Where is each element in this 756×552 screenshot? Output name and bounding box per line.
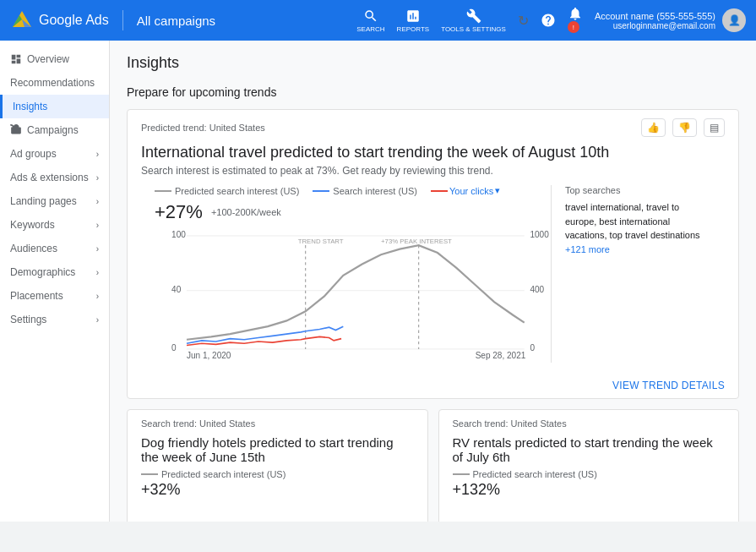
legend-clicks-dropdown[interactable]: Your clicks ▾ (431, 185, 500, 196)
small-card-rv-rentals: Search trend: United States RV rentals p… (438, 409, 740, 522)
chart-container: 100 40 0 1000 400 0 (155, 228, 551, 363)
top-searches-text: travel international, travel to europe, … (565, 200, 711, 256)
card-headline: International travel predicted to start … (141, 144, 725, 161)
sidebar-item-campaigns[interactable]: Campaigns (0, 118, 109, 142)
sidebar-item-demographics[interactable]: Demographics › (0, 260, 109, 284)
legend-predicted: Predicted search interest (US) (155, 185, 299, 196)
more-options-button[interactable]: ▤ (704, 118, 725, 137)
small-card-2-headline: RV rentals predicted to start trending t… (453, 435, 726, 464)
card-header: Predicted trend: United States 👍 👎 ▤ (128, 110, 738, 137)
thumbs-down-button[interactable]: 👎 (672, 118, 697, 137)
metric-row: +27% +100-200K/week (155, 201, 551, 223)
user-avatar[interactable]: 👤 (722, 8, 746, 32)
svg-text:0: 0 (171, 343, 177, 353)
sidebar-item-ad-groups[interactable]: Ad groups › (0, 142, 109, 166)
sidebar-item-placements[interactable]: Placements › (0, 284, 109, 308)
section-heading: Prepare for upcoming trends (127, 85, 739, 99)
small-card-2-body: RV rentals predicted to start trending t… (439, 429, 739, 522)
card-actions: 👍 👎 ▤ (641, 118, 725, 137)
campaigns-icon (10, 124, 22, 136)
trend-chart-area: Predicted search interest (US) Search in… (155, 185, 551, 363)
small-chart-2-svg (453, 499, 726, 522)
trend-content: Predicted search interest (US) Search in… (141, 185, 725, 363)
nav-icons: SEARCH REPORTS TOOLS & SETTINGS ↻ ! Acco… (356, 6, 746, 35)
top-navigation: Google Ads All campaigns SEARCH REPORTS … (0, 0, 756, 41)
refresh-button[interactable]: ↻ (518, 13, 529, 29)
small-chart-1-container (141, 499, 414, 522)
svg-text:Jun 1, 2020: Jun 1, 2020 (187, 351, 231, 360)
svg-text:100: 100 (171, 230, 186, 239)
google-ads-logo (10, 8, 34, 32)
card-headline-bold: International travel (141, 144, 266, 161)
reports-nav-button[interactable]: REPORTS (397, 8, 430, 33)
small-card-1-region: Search trend: United States (141, 418, 255, 429)
thumbs-up-button[interactable]: 👍 (641, 118, 666, 137)
svg-text:1000: 1000 (530, 230, 549, 239)
trend-chart-svg: 100 40 0 1000 400 0 (155, 228, 551, 360)
svg-text:0: 0 (530, 343, 535, 353)
tools-nav-button[interactable]: TOOLS & SETTINGS (441, 8, 506, 33)
main-layout: Overview Recommendations Insights Campai… (0, 41, 756, 522)
small-card-1-metric-row: Predicted search interest (US) (141, 469, 414, 479)
page-title: Insights (127, 54, 739, 72)
app-title: Google Ads (39, 13, 109, 28)
tools-icon (466, 8, 481, 24)
small-card-2-bold: RV rentals (453, 435, 512, 450)
chart-legend: Predicted search interest (US) Search in… (155, 185, 551, 196)
search-nav-button[interactable]: SEARCH (356, 8, 384, 33)
more-link[interactable]: +121 more (565, 244, 610, 254)
sidebar-item-settings[interactable]: Settings › (0, 308, 109, 331)
small-card-1-header: Search trend: United States (128, 410, 427, 429)
metric-sub: +100-200K/week (211, 207, 281, 217)
sidebar-item-overview[interactable]: Overview (0, 47, 109, 71)
help-button[interactable] (541, 13, 556, 28)
small-card-2-header: Search trend: United States (439, 410, 739, 429)
content-area: Insights Prepare for upcoming trends Pre… (110, 41, 756, 522)
svg-text:Sep 28, 2021: Sep 28, 2021 (476, 351, 526, 360)
small-card-dog-hotels: Search trend: United States Dog friendly… (127, 409, 428, 522)
small-card-2-metric: +132% (453, 481, 726, 499)
view-trend-details-link[interactable]: VIEW TREND DETAILS (128, 373, 738, 398)
small-card-1-metric-label: Predicted search interest (US) (161, 469, 286, 479)
sidebar-item-keywords[interactable]: Keywords › (0, 213, 109, 237)
card-region: Predicted trend: United States (141, 123, 265, 133)
small-card-1-bold: Dog friendly hotels (141, 435, 246, 450)
small-card-2-metric-label: Predicted search interest (US) (473, 469, 597, 479)
small-card-1-headline: Dog friendly hotels predicted to start t… (141, 435, 414, 464)
card-subtitle: Search interest is estimated to peak at … (141, 165, 725, 177)
sidebar-item-insights[interactable]: Insights (0, 95, 109, 118)
small-card-2-region: Search trend: United States (453, 418, 567, 429)
card-headline-suffix: predicted to start trending the week of … (266, 144, 609, 161)
account-info: Account name (555-555-555) userloginname… (595, 8, 746, 32)
small-chart-1-svg (141, 499, 414, 522)
small-chart-2-container (453, 499, 726, 522)
svg-text:TREND START: TREND START (298, 238, 344, 245)
sidebar-item-audiences[interactable]: Audiences › (0, 237, 109, 260)
main-trend-card: Predicted trend: United States 👍 👎 ▤ Int… (127, 109, 739, 399)
nav-divider (122, 10, 123, 30)
trend-top-searches: Top searches travel international, trave… (551, 185, 711, 363)
logo-area: Google Ads (10, 8, 109, 32)
metric-value: +27% (155, 201, 203, 223)
help-icon (541, 13, 556, 28)
reports-icon (405, 8, 421, 24)
campaign-label: All campaigns (137, 14, 215, 28)
notifications-icon (568, 6, 583, 21)
small-cards-row: Search trend: United States Dog friendly… (127, 409, 739, 522)
search-icon (363, 8, 378, 24)
small-card-1-body: Dog friendly hotels predicted to start t… (128, 429, 427, 522)
legend-search: Search interest (US) (313, 185, 417, 196)
sidebar-item-landing-pages[interactable]: Landing pages › (0, 189, 109, 213)
sidebar-item-ads-extensions[interactable]: Ads & extensions › (0, 166, 109, 189)
small-card-2-metric-row: Predicted search interest (US) (453, 469, 726, 479)
svg-text:400: 400 (530, 285, 544, 294)
svg-text:40: 40 (171, 285, 182, 294)
card-body: International travel predicted to start … (128, 137, 738, 373)
small-card-1-metric: +32% (141, 481, 414, 499)
svg-text:+73% PEAK INTEREST: +73% PEAK INTEREST (381, 238, 452, 245)
sidebar-item-recommendations[interactable]: Recommendations (0, 71, 109, 95)
overview-icon (10, 53, 22, 65)
top-searches-title: Top searches (565, 185, 711, 195)
notifications-button[interactable]: ! (568, 6, 583, 35)
sidebar: Overview Recommendations Insights Campai… (0, 41, 110, 522)
